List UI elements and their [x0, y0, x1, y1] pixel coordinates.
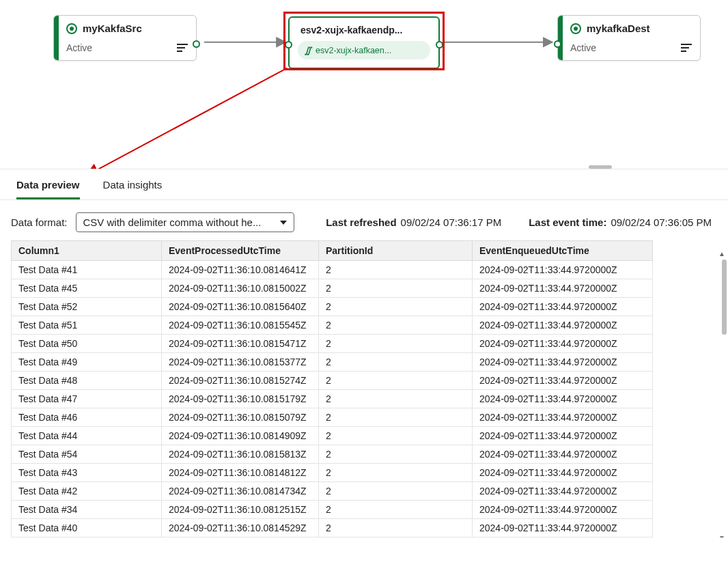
node-status-bar	[54, 16, 59, 60]
event-icon	[570, 23, 581, 34]
table-cell: Test Data #51	[12, 316, 162, 335]
annotation-highlight	[283, 12, 445, 70]
node-status-bar	[558, 16, 563, 60]
table-cell: 2024-09-02T11:36:10.0815471Z	[162, 335, 319, 353]
table-cell: 2024-09-02T11:33:44.9720000Z	[473, 353, 653, 372]
table-cell: Test Data #49	[12, 353, 162, 372]
node-title: mykafkaDest	[587, 23, 650, 34]
last-event-value: 09/02/24 07:36:05 PM	[611, 216, 712, 228]
col-header[interactable]: PartitionId	[319, 241, 473, 261]
table-cell: Test Data #47	[12, 390, 162, 408]
data-format-label: Data format:	[11, 216, 68, 228]
chevron-down-icon	[280, 221, 287, 225]
table-row[interactable]: Test Data #342024-09-02T11:36:10.0812515…	[12, 501, 653, 519]
table-cell: Test Data #43	[12, 464, 162, 482]
tab-data-preview[interactable]: Data preview	[16, 179, 80, 199]
last-refreshed: Last refreshed 09/02/24 07:36:17 PM	[326, 216, 501, 228]
table-cell: 2024-09-02T11:36:10.0814641Z	[162, 261, 319, 279]
table-cell: 2024-09-02T11:36:10.0815545Z	[162, 316, 319, 335]
node-status: Active	[66, 42, 92, 53]
tabs: Data preview Data insights	[0, 169, 728, 200]
table-row[interactable]: Test Data #452024-09-02T11:36:10.0815002…	[12, 279, 653, 298]
table-row[interactable]: Test Data #482024-09-02T11:36:10.0815274…	[12, 372, 653, 390]
table-cell: 2024-09-02T11:36:10.0815377Z	[162, 353, 319, 372]
table-cell: 2024-09-02T11:36:10.0815640Z	[162, 298, 319, 316]
last-event-label: Last event time:	[529, 216, 606, 228]
data-format-select[interactable]: CSV with delimiter comma without he...	[76, 212, 294, 232]
table-cell: 2024-09-02T11:33:44.9720000Z	[473, 445, 653, 464]
input-port[interactable]	[554, 40, 561, 48]
last-refreshed-value: 09/02/24 07:36:17 PM	[401, 216, 502, 228]
table-cell: Test Data #45	[12, 279, 162, 298]
table-cell: 2	[319, 372, 473, 390]
table-cell: Test Data #40	[12, 519, 162, 537]
col-header[interactable]: EventProcessedUtcTime	[162, 241, 319, 261]
scrollbar-thumb[interactable]	[722, 260, 727, 335]
last-event-time: Last event time: 09/02/24 07:36:05 PM	[529, 216, 712, 228]
table-cell: 2	[319, 501, 473, 519]
scroll-down-icon[interactable]: ▼	[718, 534, 725, 537]
last-refreshed-label: Last refreshed	[326, 216, 396, 228]
table-cell: 2024-09-02T11:36:10.0815274Z	[162, 372, 319, 390]
scroll-up-icon[interactable]: ▲	[718, 250, 725, 257]
node-title: myKakfaSrc	[83, 23, 142, 34]
table-cell: 2024-09-02T11:33:44.9720000Z	[473, 298, 653, 316]
filter-icon[interactable]	[681, 44, 692, 52]
table-cell: Test Data #48	[12, 372, 162, 390]
preview-table-wrap: Column1 EventProcessedUtcTime PartitionI…	[0, 240, 728, 537]
table-row[interactable]: Test Data #422024-09-02T11:36:10.0814734…	[12, 482, 653, 501]
table-row[interactable]: Test Data #402024-09-02T11:36:10.0814529…	[12, 519, 653, 537]
svg-line-2	[87, 68, 288, 169]
table-cell: 2024-09-02T11:36:10.0814909Z	[162, 427, 319, 445]
table-cell: 2	[319, 427, 473, 445]
table-row[interactable]: Test Data #412024-09-02T11:36:10.0814641…	[12, 261, 653, 279]
filter-icon[interactable]	[177, 44, 188, 52]
table-cell: 2024-09-02T11:36:10.0815002Z	[162, 279, 319, 298]
output-port[interactable]	[193, 40, 200, 48]
table-row[interactable]: Test Data #502024-09-02T11:36:10.0815471…	[12, 335, 653, 353]
table-cell: 2024-09-02T11:33:44.9720000Z	[473, 261, 653, 279]
table-row[interactable]: Test Data #492024-09-02T11:36:10.0815377…	[12, 353, 653, 372]
data-format-value: CSV with delimiter comma without he...	[83, 216, 262, 228]
table-cell: 2	[319, 353, 473, 372]
tab-data-insights[interactable]: Data insights	[103, 179, 163, 199]
table-cell: Test Data #50	[12, 335, 162, 353]
table-cell: 2024-09-02T11:33:44.9720000Z	[473, 316, 653, 335]
col-header[interactable]: Column1	[12, 241, 162, 261]
table-row[interactable]: Test Data #442024-09-02T11:36:10.0814909…	[12, 427, 653, 445]
table-cell: 2	[319, 335, 473, 353]
table-cell: 2024-09-02T11:33:44.9720000Z	[473, 519, 653, 537]
table-cell: Test Data #34	[12, 501, 162, 519]
node-destination[interactable]: mykafkaDest Active	[557, 15, 701, 61]
table-cell: 2	[319, 519, 473, 537]
node-source[interactable]: myKakfaSrc Active	[53, 15, 197, 61]
table-row[interactable]: Test Data #542024-09-02T11:36:10.0815813…	[12, 445, 653, 464]
table-cell: 2	[319, 464, 473, 482]
table-cell: 2024-09-02T11:33:44.9720000Z	[473, 501, 653, 519]
panel-resize-handle[interactable]	[589, 165, 612, 169]
table-row[interactable]: Test Data #522024-09-02T11:36:10.0815640…	[12, 298, 653, 316]
table-cell: 2024-09-02T11:33:44.9720000Z	[473, 427, 653, 445]
table-header-row: Column1 EventProcessedUtcTime PartitionI…	[12, 241, 653, 261]
table-cell: Test Data #52	[12, 298, 162, 316]
preview-toolbar: Data format: CSV with delimiter comma wi…	[0, 200, 728, 240]
table-cell: 2024-09-02T11:36:10.0814812Z	[162, 464, 319, 482]
table-cell: 2	[319, 279, 473, 298]
table-row[interactable]: Test Data #462024-09-02T11:36:10.0815079…	[12, 408, 653, 427]
col-header[interactable]: EventEnqueuedUtcTime	[473, 241, 653, 261]
table-cell: Test Data #44	[12, 427, 162, 445]
table-row[interactable]: Test Data #472024-09-02T11:36:10.0815179…	[12, 390, 653, 408]
table-row[interactable]: Test Data #432024-09-02T11:36:10.0814812…	[12, 464, 653, 482]
table-cell: Test Data #41	[12, 261, 162, 279]
table-cell: 2024-09-02T11:36:10.0812515Z	[162, 501, 319, 519]
table-cell: 2024-09-02T11:33:44.9720000Z	[473, 408, 653, 427]
table-cell: 2	[319, 390, 473, 408]
table-cell: 2024-09-02T11:33:44.9720000Z	[473, 372, 653, 390]
table-cell: Test Data #54	[12, 445, 162, 464]
table-cell: 2	[319, 316, 473, 335]
table-cell: Test Data #46	[12, 408, 162, 427]
table-cell: 2024-09-02T11:36:10.0814734Z	[162, 482, 319, 501]
table-cell: 2	[319, 261, 473, 279]
table-cell: 2024-09-02T11:36:10.0814529Z	[162, 519, 319, 537]
table-row[interactable]: Test Data #512024-09-02T11:36:10.0815545…	[12, 316, 653, 335]
